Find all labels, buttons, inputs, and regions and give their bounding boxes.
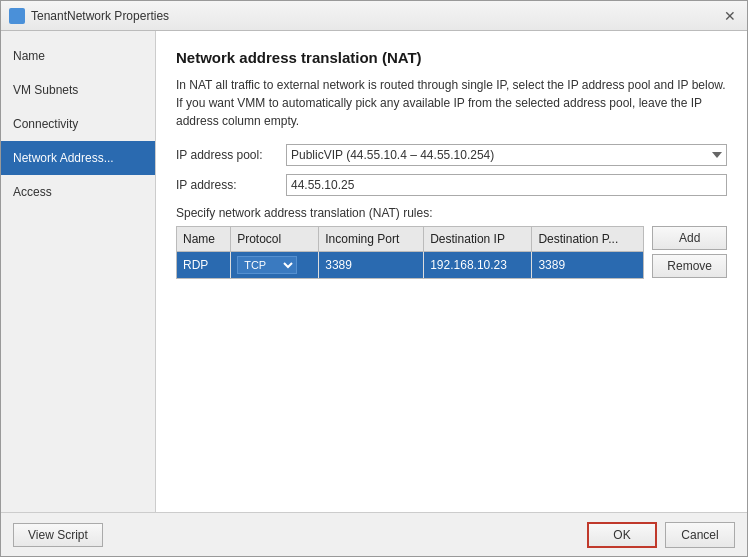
nat-table-wrapper: Name Protocol Incoming Port Destination … — [176, 226, 644, 279]
protocol-select[interactable]: TCP UDP — [237, 256, 297, 274]
main-content: Network address translation (NAT) In NAT… — [156, 31, 747, 512]
sidebar-item-access[interactable]: Access — [1, 175, 155, 209]
nat-rules-label: Specify network address translation (NAT… — [176, 206, 727, 220]
window-title: TenantNetwork Properties — [31, 9, 169, 23]
cell-name: RDP — [177, 251, 231, 278]
main-window: TenantNetwork Properties ✕ Name VM Subne… — [0, 0, 748, 557]
title-bar-left: TenantNetwork Properties — [9, 8, 169, 24]
nat-rules-container: Name Protocol Incoming Port Destination … — [176, 226, 727, 279]
view-script-button[interactable]: View Script — [13, 523, 103, 547]
ip-address-row: IP address: — [176, 174, 727, 196]
cell-destination-ip: 192.168.10.23 — [424, 251, 532, 278]
table-buttons: Add Remove — [652, 226, 727, 279]
title-bar: TenantNetwork Properties ✕ — [1, 1, 747, 31]
ok-button[interactable]: OK — [587, 522, 657, 548]
col-destination-port: Destination P... — [532, 227, 643, 251]
col-incoming-port: Incoming Port — [319, 227, 424, 251]
close-button[interactable]: ✕ — [721, 7, 739, 25]
col-name: Name — [177, 227, 231, 251]
cell-incoming-port: 3389 — [319, 251, 424, 278]
sidebar-item-network-address[interactable]: Network Address... — [1, 141, 155, 175]
ip-pool-row: IP address pool: PublicVIP (44.55.10.4 –… — [176, 144, 727, 166]
footer-right: OK Cancel — [587, 522, 735, 548]
remove-button[interactable]: Remove — [652, 254, 727, 278]
sidebar-item-vm-subnets[interactable]: VM Subnets — [1, 73, 155, 107]
ip-address-input[interactable] — [286, 174, 727, 196]
table-row[interactable]: RDP TCP UDP 3389 192.168.10.23 3389 — [177, 251, 643, 278]
cancel-button[interactable]: Cancel — [665, 522, 735, 548]
ip-address-label: IP address: — [176, 178, 286, 192]
ip-pool-select[interactable]: PublicVIP (44.55.10.4 – 44.55.10.254) — [286, 144, 727, 166]
col-protocol: Protocol — [231, 227, 319, 251]
sidebar: Name VM Subnets Connectivity Network Add… — [1, 31, 156, 512]
cell-destination-port: 3389 — [532, 251, 643, 278]
window-icon — [9, 8, 25, 24]
sidebar-item-connectivity[interactable]: Connectivity — [1, 107, 155, 141]
add-button[interactable]: Add — [652, 226, 727, 250]
window-body: Name VM Subnets Connectivity Network Add… — [1, 31, 747, 512]
col-destination-ip: Destination IP — [424, 227, 532, 251]
cell-protocol: TCP UDP — [231, 251, 319, 278]
nat-table: Name Protocol Incoming Port Destination … — [177, 227, 643, 278]
ip-pool-label: IP address pool: — [176, 148, 286, 162]
section-title: Network address translation (NAT) — [176, 49, 727, 66]
description: In NAT all traffic to external network i… — [176, 76, 727, 130]
table-header-row: Name Protocol Incoming Port Destination … — [177, 227, 643, 251]
sidebar-item-name[interactable]: Name — [1, 39, 155, 73]
footer: View Script OK Cancel — [1, 512, 747, 556]
